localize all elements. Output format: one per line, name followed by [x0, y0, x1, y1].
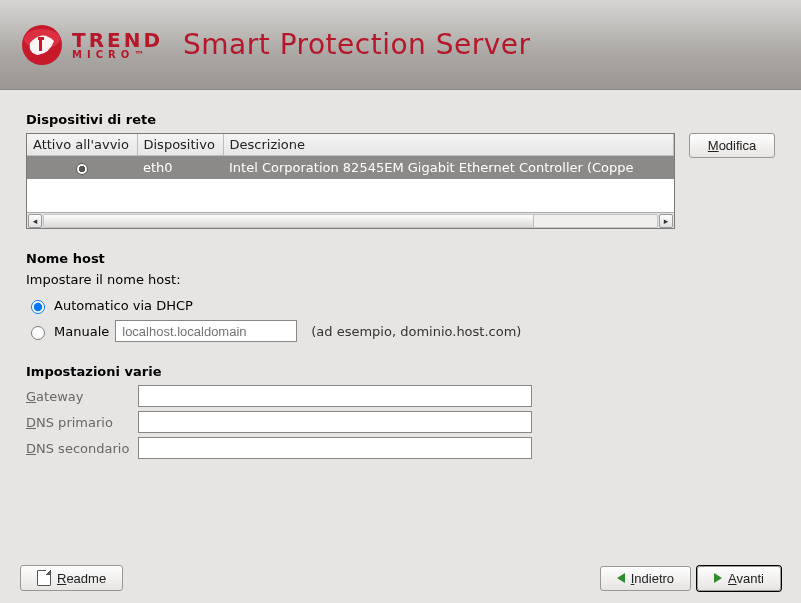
hostname-auto-label[interactable]: Automatico via DHCP	[54, 298, 193, 313]
hostname-section-title: Nome host	[26, 251, 775, 266]
hostname-manual-label[interactable]: Manuale	[54, 324, 109, 339]
brand-bottom: MICRO	[72, 49, 134, 60]
col-device: Dispositivo	[137, 134, 223, 156]
edit-button[interactable]: Modifica	[689, 133, 775, 158]
scroll-left-icon[interactable]: ◂	[28, 214, 42, 228]
arrow-left-icon	[617, 573, 625, 583]
brand-logo-block: TREND MICRO™	[20, 23, 163, 67]
arrow-right-icon	[714, 573, 722, 583]
next-button[interactable]: Avanti	[697, 566, 781, 591]
scroll-right-icon[interactable]: ▸	[659, 214, 673, 228]
dns2-label: DNS secondario	[26, 441, 138, 456]
hostname-desc: Impostare il nome host:	[26, 272, 775, 287]
dns1-label: DNS primario	[26, 415, 138, 430]
brand-text: TREND MICRO™	[72, 30, 163, 60]
active-radio-icon	[76, 163, 88, 175]
readme-button[interactable]: Readme	[20, 565, 123, 591]
brand-top: TREND	[72, 30, 163, 50]
devices-section-title: Dispositivi di rete	[26, 112, 775, 127]
page-title: Smart Protection Server	[183, 28, 530, 61]
hostname-manual-input[interactable]	[115, 320, 297, 342]
cell-device: eth0	[137, 156, 223, 180]
dns2-input[interactable]	[138, 437, 532, 459]
horizontal-scrollbar[interactable]: ◂ ▸	[27, 212, 674, 228]
dns1-input[interactable]	[138, 411, 532, 433]
table-row[interactable]: eth0 Intel Corporation 82545EM Gigabit E…	[27, 156, 674, 180]
cell-desc: Intel Corporation 82545EM Gigabit Ethern…	[223, 156, 674, 180]
back-button[interactable]: Indietro	[600, 566, 691, 591]
hostname-manual-radio[interactable]	[31, 326, 45, 340]
hostname-auto-radio[interactable]	[31, 300, 45, 314]
col-active: Attivo all'avvio	[27, 134, 137, 156]
devices-table[interactable]: Attivo all'avvio Dispositivo Descrizione…	[26, 133, 675, 229]
gateway-label: Gateway	[26, 389, 138, 404]
scroll-thumb[interactable]	[44, 215, 534, 227]
scroll-track[interactable]	[43, 214, 658, 228]
hostname-hint: (ad esempio, dominio.host.com)	[311, 324, 521, 339]
misc-section-title: Impostazioni varie	[26, 364, 775, 379]
gateway-input[interactable]	[138, 385, 532, 407]
document-icon	[37, 570, 51, 586]
col-desc: Descrizione	[223, 134, 674, 156]
header: TREND MICRO™ Smart Protection Server	[0, 0, 801, 90]
trend-logo-icon	[20, 23, 64, 67]
